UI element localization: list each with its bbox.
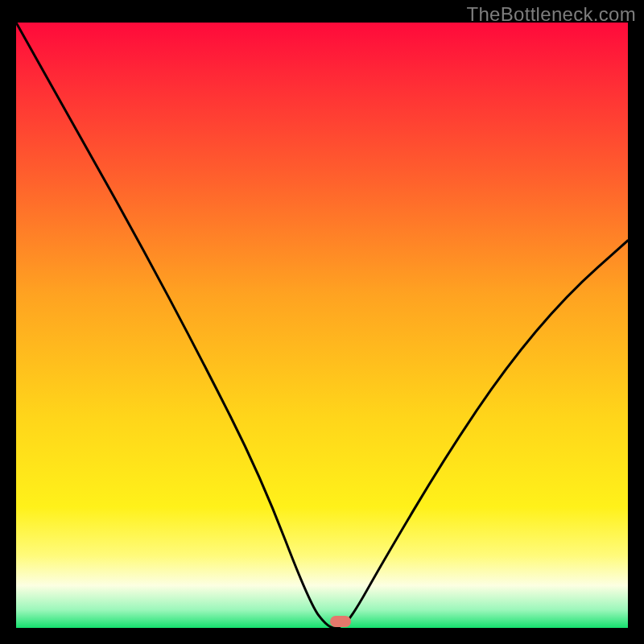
gradient-background bbox=[16, 23, 628, 628]
chart-frame: TheBottleneck.com bbox=[0, 0, 644, 644]
watermark-text: TheBottleneck.com bbox=[466, 3, 636, 26]
bottleneck-chart-svg bbox=[16, 23, 628, 628]
plot-area bbox=[16, 23, 628, 628]
optimal-marker bbox=[330, 616, 351, 627]
